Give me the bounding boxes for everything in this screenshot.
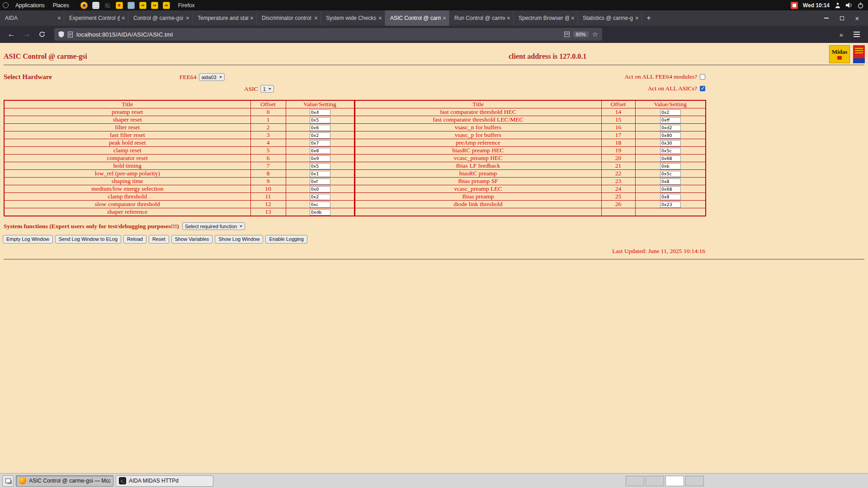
browser-tab[interactable]: Statistics @ carme-g× bbox=[578, 10, 642, 26]
action-button[interactable]: Empty Log Window bbox=[3, 235, 53, 244]
tab-close-icon[interactable]: × bbox=[250, 15, 254, 21]
accessibility-icon[interactable] bbox=[835, 2, 841, 9]
param-value-input[interactable] bbox=[310, 132, 330, 139]
tab-close-icon[interactable]: × bbox=[443, 15, 446, 21]
tab-close-icon[interactable]: × bbox=[571, 15, 575, 21]
browser-tab[interactable]: AIDA× bbox=[0, 10, 64, 26]
back-button[interactable]: ← bbox=[5, 28, 18, 41]
act-all-fee64-checkbox[interactable] bbox=[700, 74, 705, 80]
browser-tab[interactable]: Run Control @ carme× bbox=[449, 10, 514, 26]
tab-close-icon[interactable]: × bbox=[122, 15, 125, 21]
param-value-input[interactable] bbox=[310, 194, 330, 200]
param-value-input[interactable] bbox=[310, 125, 330, 131]
param-value-input[interactable] bbox=[660, 117, 681, 123]
close-button[interactable]: × bbox=[850, 12, 864, 24]
url-text[interactable]: localhost:8015/AIDA/ASIC/ASIC.tml bbox=[76, 31, 561, 38]
browser-tab[interactable]: Experiment Control @ c× bbox=[64, 10, 128, 26]
param-value-input[interactable] bbox=[660, 202, 681, 208]
param-value-input[interactable] bbox=[310, 202, 330, 208]
reload-button[interactable] bbox=[35, 28, 49, 41]
midas-launcher-icon[interactable]: M bbox=[139, 2, 146, 9]
midas-launcher-icon[interactable]: M bbox=[163, 2, 170, 9]
action-button[interactable]: Reload bbox=[123, 235, 146, 244]
taskbar-window-button[interactable]: ASIC Control @ carme-gsi — Mozill… bbox=[16, 475, 113, 487]
param-value-cell bbox=[635, 108, 706, 116]
shield-icon[interactable] bbox=[58, 31, 64, 38]
reader-mode-icon[interactable] bbox=[564, 32, 570, 37]
col-header-offset: Offset bbox=[250, 100, 286, 108]
window-list-icon[interactable] bbox=[2, 475, 14, 487]
overflow-chevron-icon[interactable]: » bbox=[835, 28, 848, 41]
tab-close-icon[interactable]: × bbox=[57, 15, 61, 21]
applications-menu[interactable]: Applications bbox=[11, 0, 49, 10]
param-value-input[interactable] bbox=[310, 186, 330, 192]
bookmark-star-icon[interactable]: ☆ bbox=[592, 30, 598, 38]
minimize-button[interactable] bbox=[819, 12, 834, 24]
param-value-input[interactable] bbox=[310, 109, 330, 116]
param-value-input[interactable] bbox=[310, 163, 330, 169]
browser-tab[interactable]: Temperature and stat× bbox=[193, 10, 257, 26]
workspace-cell[interactable] bbox=[665, 476, 684, 486]
param-value-input[interactable] bbox=[310, 178, 330, 185]
param-value-input[interactable] bbox=[660, 171, 681, 177]
param-value-input[interactable] bbox=[660, 109, 681, 116]
param-value-input[interactable] bbox=[310, 117, 330, 123]
param-value-input[interactable] bbox=[660, 132, 681, 139]
act-all-asics-checkbox[interactable] bbox=[700, 86, 705, 91]
tab-close-icon[interactable]: × bbox=[378, 15, 382, 21]
places-menu[interactable]: Places bbox=[49, 0, 73, 10]
app-launcher-icon[interactable] bbox=[127, 2, 135, 9]
zoom-indicator[interactable]: 80% bbox=[573, 31, 589, 38]
taskbar-window-button[interactable]: >_AIDA MIDAS HTTPd bbox=[116, 475, 213, 487]
action-button[interactable]: Show Variables bbox=[171, 235, 213, 244]
firefox-launcher-icon[interactable] bbox=[80, 2, 88, 9]
param-value-input[interactable] bbox=[660, 125, 681, 131]
param-value-cell bbox=[635, 116, 706, 124]
param-value-input[interactable] bbox=[660, 148, 681, 154]
param-value-input[interactable] bbox=[310, 155, 330, 162]
action-button[interactable]: Send Log Window to ELog bbox=[55, 235, 121, 244]
param-value-input[interactable] bbox=[660, 186, 681, 192]
param-value-input[interactable] bbox=[660, 155, 681, 162]
workspace-cell[interactable] bbox=[626, 476, 644, 486]
url-bar[interactable]: localhost:8015/AIDA/ASIC/ASIC.tml 80% ☆ bbox=[54, 28, 602, 41]
action-button[interactable]: Reset bbox=[149, 235, 169, 244]
workspace-cell[interactable] bbox=[646, 476, 664, 486]
power-icon[interactable] bbox=[858, 2, 863, 9]
tab-close-icon[interactable]: × bbox=[507, 15, 510, 21]
clock[interactable]: Wed 10:14 bbox=[803, 2, 830, 9]
param-value-input[interactable] bbox=[660, 163, 681, 169]
browser-tab[interactable]: Discriminator control× bbox=[257, 10, 321, 26]
menu-button[interactable] bbox=[850, 28, 863, 41]
browser-tab[interactable]: ASIC Control @ carm× bbox=[385, 10, 449, 26]
param-value-input[interactable] bbox=[310, 209, 330, 216]
param-value-input[interactable] bbox=[660, 194, 681, 200]
param-value-input[interactable] bbox=[310, 171, 330, 177]
tab-close-icon[interactable]: × bbox=[186, 15, 189, 21]
midas-launcher-icon[interactable]: M bbox=[151, 2, 158, 9]
param-value-input[interactable] bbox=[660, 140, 681, 146]
page-info-icon[interactable] bbox=[68, 32, 73, 38]
new-tab-button[interactable]: + bbox=[642, 10, 656, 26]
institute-logo[interactable] bbox=[853, 45, 865, 63]
editor-launcher-icon[interactable] bbox=[92, 2, 99, 9]
action-button[interactable]: Enable Logging bbox=[265, 235, 307, 244]
browser-tab[interactable]: Control @ carme-gsi× bbox=[128, 10, 193, 26]
tab-close-icon[interactable]: × bbox=[314, 15, 318, 21]
tab-close-icon[interactable]: × bbox=[635, 15, 639, 21]
notification-icon[interactable] bbox=[791, 2, 798, 9]
midas-logo[interactable]: Midas bbox=[829, 45, 850, 63]
forward-button[interactable]: → bbox=[20, 28, 33, 41]
restore-button[interactable] bbox=[835, 12, 849, 24]
action-button[interactable]: Show Log Window bbox=[215, 235, 263, 244]
param-value-input[interactable] bbox=[660, 178, 681, 185]
browser-tab[interactable]: System wide Checks× bbox=[321, 10, 385, 26]
system-function-select[interactable]: Select required function bbox=[182, 222, 245, 230]
param-value-input[interactable] bbox=[310, 140, 330, 146]
volume-icon[interactable] bbox=[846, 2, 853, 8]
workspace-cell[interactable] bbox=[685, 476, 704, 486]
browser-tab[interactable]: Spectrum Browser @× bbox=[514, 10, 578, 26]
terminal-launcher-icon[interactable]: >_ bbox=[104, 2, 111, 9]
midas-launcher-icon[interactable] bbox=[116, 2, 123, 9]
param-value-input[interactable] bbox=[310, 148, 330, 154]
